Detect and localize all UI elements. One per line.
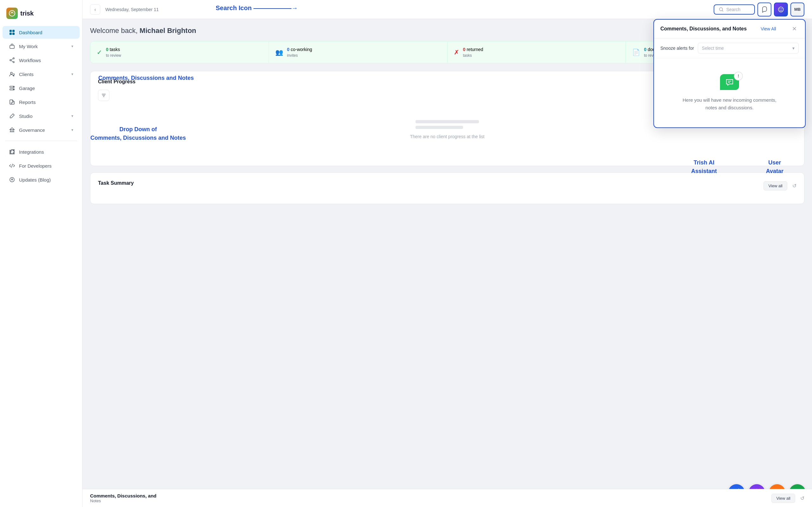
grid-icon <box>9 29 15 36</box>
sidebar-item-garage[interactable]: Garage <box>3 82 80 95</box>
document-icon: 📄 <box>632 49 640 56</box>
sidebar-label-governance: Governance <box>19 127 45 133</box>
svg-rect-2 <box>12 30 14 32</box>
bottom-refresh-button[interactable]: ↺ <box>800 495 804 501</box>
sidebar-label-for-developers: For Developers <box>19 163 52 169</box>
chevron-down-icon-governance: ▾ <box>71 128 73 132</box>
stat-returned: ✗ 0 returned tasks <box>448 42 626 63</box>
back-button[interactable]: ‹ <box>90 4 100 14</box>
alert-badge: ! <box>734 72 743 80</box>
dropdown-empty-text: Here you will have new incoming comments… <box>682 96 777 112</box>
svg-point-19 <box>778 7 783 12</box>
empty-lines <box>415 120 479 129</box>
sidebar-label-reports: Reports <box>19 100 36 105</box>
logo-icon <box>6 8 18 19</box>
snooze-label: Snooze alerts for <box>660 46 694 51</box>
svg-point-21 <box>781 8 782 9</box>
user-avatar[interactable]: MB <box>791 3 804 16</box>
search-icon <box>719 7 724 12</box>
code-icon <box>9 163 15 169</box>
svg-point-9 <box>10 72 12 74</box>
bank-icon <box>9 127 15 133</box>
stat-text-coworking: 0 co-working invites <box>287 47 312 58</box>
puzzle-icon <box>9 149 15 155</box>
welcome-name: Michael Brighton <box>140 26 196 35</box>
dropdown-view-all[interactable]: View All <box>761 26 776 32</box>
check-icon: ✓ <box>97 49 102 56</box>
sidebar-label-my-work: My Work <box>19 44 38 49</box>
svg-point-8 <box>13 61 14 63</box>
filter-button[interactable] <box>98 90 109 101</box>
sidebar-item-updates-blog[interactable]: Updates (Blog) <box>3 173 80 186</box>
svg-rect-1 <box>9 30 12 32</box>
sidebar-item-studio[interactable]: Studio ▾ <box>3 110 80 122</box>
ai-assistant-button[interactable] <box>774 3 788 16</box>
sidebar-item-clients[interactable]: Clients ▾ <box>3 68 80 80</box>
briefcase-icon <box>9 43 15 49</box>
empty-line-1 <box>415 120 479 123</box>
bottom-bar-actions: View all ↺ <box>771 494 804 503</box>
bottom-card-text: Comments, Discussions, and Notes <box>90 493 156 503</box>
sidebar-label-integrations: Integrations <box>19 149 44 155</box>
sidebar-item-workflows[interactable]: Workflows <box>3 54 80 66</box>
refresh-icon <box>9 176 15 183</box>
chevron-down-icon-studio: ▾ <box>71 114 73 118</box>
stat-text-tasks: 0 tasks to review <box>106 47 121 58</box>
dropdown-arrow-icon: ▾ <box>792 46 795 51</box>
ai-icon <box>778 6 784 13</box>
topbar-date: Wednesday, September 11 <box>105 7 709 12</box>
bottom-card-sub: Notes <box>90 498 156 503</box>
dropdown-header: Comments, Discussions, and Notes View Al… <box>654 20 805 38</box>
comments-dropdown-panel: Comments, Discussions, and Notes View Al… <box>653 19 806 128</box>
sidebar-divider <box>5 141 77 141</box>
dropdown-empty-state: ! Here you will have new incoming commen… <box>654 58 805 127</box>
dropdown-title: Comments, Discussions, and Notes <box>660 26 747 32</box>
sidebar-item-governance[interactable]: Governance ▾ <box>3 124 80 136</box>
topbar-actions: Search MB <box>714 3 804 16</box>
snooze-row: Snooze alerts for Select time ▾ <box>654 38 805 58</box>
task-summary-title: Task Summary <box>98 180 134 186</box>
dropdown-close-button[interactable]: ✕ <box>790 25 799 33</box>
stat-tasks: ✓ 0 tasks to review <box>90 42 269 63</box>
task-summary-header: Task Summary View all ↺ <box>98 180 797 191</box>
sidebar-item-reports[interactable]: Reports <box>3 96 80 108</box>
sidebar-label-clients: Clients <box>19 72 34 77</box>
view-all-button[interactable]: View all <box>763 181 787 190</box>
empty-line-2 <box>415 126 463 129</box>
stat-coworking: 👥 0 co-working invites <box>269 42 448 63</box>
users-icon <box>9 71 15 77</box>
sidebar-item-dashboard[interactable]: Dashboard <box>3 26 80 39</box>
search-placeholder: Search <box>726 7 740 12</box>
logo-text: trisk <box>20 10 34 17</box>
coworking-icon: 👥 <box>275 49 283 56</box>
stat-text-returned: 0 returned tasks <box>463 47 484 58</box>
svg-rect-5 <box>10 45 14 49</box>
sidebar-label-garage: Garage <box>19 86 35 91</box>
error-icon: ✗ <box>454 49 459 56</box>
svg-point-20 <box>780 8 780 9</box>
server-icon <box>9 85 15 91</box>
svg-point-7 <box>10 60 11 61</box>
snooze-select[interactable]: Select time ▾ <box>698 43 799 54</box>
search-box[interactable]: Search <box>714 4 755 14</box>
sidebar: trisk Dashboard My Work ▾ <box>0 0 83 507</box>
bottom-view-all-button[interactable]: View all <box>771 494 795 503</box>
sidebar-item-for-developers[interactable]: For Developers <box>3 159 80 172</box>
sidebar-item-my-work[interactable]: My Work ▾ <box>3 40 80 53</box>
svg-point-6 <box>13 58 14 59</box>
sidebar-label-studio: Studio <box>19 113 33 119</box>
comments-button[interactable] <box>757 3 771 16</box>
svg-point-18 <box>719 8 722 11</box>
edit-icon <box>9 113 15 119</box>
welcome-text: Welcome back, Michael Brighton <box>90 26 196 35</box>
svg-point-12 <box>13 87 14 87</box>
svg-line-16 <box>11 164 13 168</box>
sidebar-item-integrations[interactable]: Integrations <box>3 146 80 158</box>
chat-icon <box>761 6 768 13</box>
svg-point-13 <box>13 89 14 90</box>
task-summary-card: Task Summary View all ↺ <box>90 172 804 204</box>
user-initials: MB <box>794 7 801 12</box>
refresh-button[interactable]: ↺ <box>792 183 797 189</box>
share-icon <box>9 57 15 63</box>
sidebar-label-updates-blog: Updates (Blog) <box>19 177 51 182</box>
